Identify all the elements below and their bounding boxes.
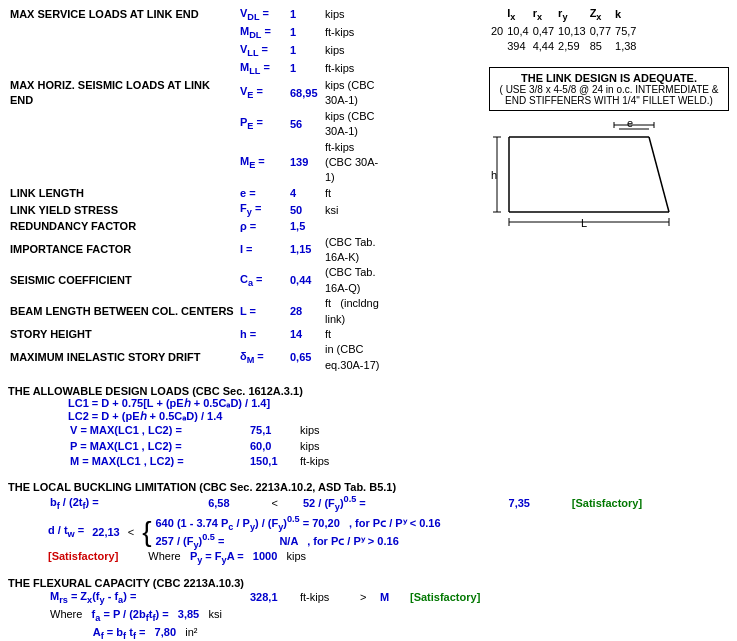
Fy-unit: ksi [323, 201, 383, 219]
redundancy-label: REDUNDANCY FACTOR [8, 219, 238, 234]
V-unit: kips [298, 423, 331, 438]
Af-label: Af = bf tf = [93, 626, 146, 638]
h-label: h = [238, 327, 288, 342]
loads-table: MAX SERVICE LOADS AT LINK END VDL = 1 ki… [8, 6, 383, 373]
importance-label: IMPORTANCE FACTOR [8, 235, 238, 266]
allowable-design-section: THE ALLOWABLE DESIGN LOADS (CBC Sec. 161… [8, 385, 729, 469]
VDL-unit: kips [323, 6, 383, 24]
right2-label: 257 / (Fy)0.5 = N/A , for Pᴄ / Pʸ > 0.16 [156, 532, 441, 550]
max-service-label: MAX SERVICE LOADS AT LINK END [8, 6, 238, 24]
VDL-val: 1 [288, 6, 323, 24]
max-inelastic-label: MAXIMUM INELASTIC STORY DRIFT [8, 342, 238, 373]
ME-val: 139 [288, 140, 323, 186]
M-label: M = MAX(LC1 , LC2) = [68, 454, 248, 469]
L-val: 28 [288, 296, 323, 327]
VLL-unit: kips [323, 42, 383, 60]
adequate-title: THE LINK DESIGN IS ADEQUATE. [496, 72, 722, 84]
adequate-box: THE LINK DESIGN IS ADEQUATE. ( USE 3/8 x… [489, 67, 729, 111]
table-row: Mrs = Zx(fy - fa) = 328,1 ft-kips > M [S… [48, 589, 482, 607]
local-buckling-section: THE LOCAL BUCKLING LIMITATION (CBC Sec. … [8, 481, 729, 565]
left-brace: { [142, 518, 151, 546]
where-label: Where Py = FyA = 1000 kips [148, 550, 306, 565]
V-val: 75,1 [248, 423, 298, 438]
P-unit: kips [298, 439, 331, 454]
MLL-unit: ft-kips [323, 60, 383, 78]
link-length-label: LINK LENGTH [8, 186, 238, 201]
Py-val: 1000 [253, 550, 277, 562]
local-buckling-table: bf / (2tf) = 6,58 < 52 / (Fy)0.5 = 7,35 … [48, 493, 728, 514]
I-val: 1,15 [288, 235, 323, 266]
allowable-design-title: THE ALLOWABLE DESIGN LOADS (CBC Sec. 161… [8, 385, 729, 397]
I-label: I = [238, 235, 288, 266]
allowable-results-table: V = MAX(LC1 , LC2) = 75,1 kips P = MAX(L… [68, 423, 331, 469]
satisfactory1: [Satisfactory] [570, 493, 728, 514]
stiffener-note: ( USE 3/8 x 4-5/8 @ 24 in o.c. INTERMEDI… [496, 84, 722, 106]
h-unit: ft [323, 327, 383, 342]
M-unit: ft-kips [298, 454, 331, 469]
diagram-svg: e h L [489, 117, 689, 237]
fa-val: 3,85 [178, 608, 199, 620]
Mrs-unit: ft-kips [298, 589, 358, 607]
MDL-unit: ft-kips [323, 24, 383, 42]
delta-label: δM = [238, 342, 288, 373]
local-buckling-row3: [Satisfactory] Where Py = FyA = 1000 kip… [48, 550, 729, 565]
Fy-val: 50 [288, 201, 323, 219]
brace-content: 640 (1 - 3.74 Pc / Py) / (Fy)0.5 = 70,20… [156, 514, 441, 550]
satisfactory2: [Satisfactory] [48, 550, 118, 565]
lc2-text: LC2 = D + (pEℎ + 0.5CₐD) / 1.4 [68, 410, 222, 422]
local-buckling-title: THE LOCAL BUCKLING LIMITATION (CBC Sec. … [8, 481, 729, 493]
lt1: < [269, 493, 301, 514]
d-label: d / tw = [48, 524, 84, 539]
col-zx: Zx [588, 6, 613, 24]
Ca-note: (CBC Tab. 16A-Q) [323, 265, 383, 296]
lc1-formula: LC1 = D + 0.75[L + (pEℎ + 0.5CₐD) / 1.4] [8, 397, 729, 410]
table-row: Where fa = P / (2bftf) = 3,85 ksi [48, 607, 482, 625]
e-label: e = [238, 186, 288, 201]
L-label: L = [238, 296, 288, 327]
flexural-table: Mrs = Zx(fy - fa) = 328,1 ft-kips > M [S… [48, 589, 482, 641]
bf-val: 6,58 [206, 493, 269, 514]
col-rx: rx [531, 6, 556, 24]
Py-unit: kips [287, 550, 307, 562]
story-height-label: STORY HEIGHT [8, 327, 238, 342]
MDL-val: 1 [288, 24, 323, 42]
PE-unit: kips (CBC 30A-1) [323, 109, 383, 140]
lt2: < [128, 526, 134, 538]
svg-text:e: e [627, 117, 633, 129]
MLL-label: MLL = [238, 60, 288, 78]
P-label: P = MAX(LC1 , LC2) = [68, 439, 248, 454]
Mrs-val: 328,1 [248, 589, 298, 607]
delta-unit: in (CBC eq.30A-17) [323, 342, 383, 373]
right1-label: 640 (1 - 3.74 Pc / Py) / (Fy)0.5 = 70,20… [156, 514, 441, 532]
flexural-section: THE FLEXURAL CAPACITY (CBC 2213A.10.3) M… [8, 577, 729, 641]
delta-val: 0,65 [288, 342, 323, 373]
Py-label: Py = FyA = [190, 550, 244, 562]
beam-length-label: BEAM LENGTH BETWEEN COL. CENTERS [8, 296, 238, 327]
lc2-formula: LC2 = D + (pEℎ + 0.5CₐD) / 1.4 [8, 410, 729, 423]
Af-unit: in² [185, 626, 197, 638]
table-row: 20 10,4 0,47 10,13 0,77 75,7 [489, 24, 638, 39]
d-val: 22,13 [92, 526, 120, 538]
link-diagram: e h L [489, 117, 689, 237]
Af-val: 7,80 [155, 626, 176, 638]
bf-label: bf / (2tf) = [48, 493, 206, 514]
right-panel: Ix rx ry Zx k 20 10,4 0,47 10,13 0,77 75… [489, 6, 729, 237]
Ca-label: Ca = [238, 265, 288, 296]
table-row: M = MAX(LC1 , LC2) = 150,1 ft-kips [68, 454, 331, 469]
seismic-coeff-label: SEISMIC COEFFICIENT [8, 265, 238, 296]
MLL-val: 1 [288, 60, 323, 78]
fa-label: fa = P / (2bftf) = [92, 608, 169, 620]
e-unit: ft [323, 186, 383, 201]
V-label: V = MAX(LC1 , LC2) = [68, 423, 248, 438]
svg-text:L: L [581, 217, 587, 229]
flexural-satisfactory: [Satisfactory] [408, 589, 482, 607]
ME-label: ME = [238, 140, 288, 186]
VDL-label: VDL = [238, 6, 288, 24]
VE-unit: kips (CBC 30A-1) [323, 78, 383, 109]
table-row: P = MAX(LC1 , LC2) = 60,0 kips [68, 439, 331, 454]
table-row: V = MAX(LC1 , LC2) = 75,1 kips [68, 423, 331, 438]
local-buckling-row2: d / tw = 22,13 < { 640 (1 - 3.74 Pc / Py… [48, 514, 729, 550]
VLL-label: VLL = [238, 42, 288, 60]
col-ix: Ix [505, 6, 530, 24]
main-page: Ix rx ry Zx k 20 10,4 0,47 10,13 0,77 75… [0, 0, 737, 641]
